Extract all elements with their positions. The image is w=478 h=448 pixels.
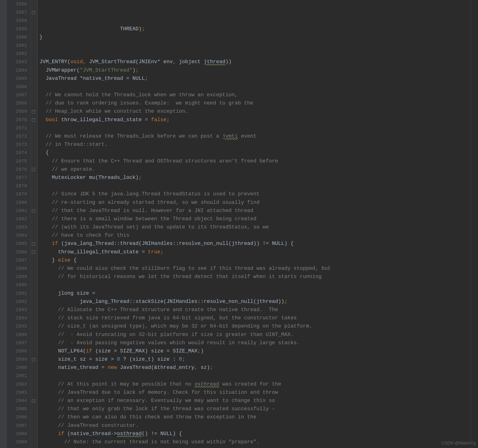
code-line[interactable]: JVMWrapper("JVM_StartThread"); (39, 66, 478, 75)
code-line[interactable]: // Since JDK 5 the java.lang.Thread thre… (39, 190, 478, 198)
code-line[interactable]: // have to check for this (39, 231, 478, 240)
code-line[interactable]: } else { (39, 256, 478, 264)
fold-open-icon[interactable]: − (32, 358, 35, 361)
code-line[interactable]: native_thread = new JavaThread(&thread_e… (39, 363, 478, 372)
token: ; (135, 67, 138, 73)
code-line[interactable]: // that the JavaThread is null. However … (39, 207, 478, 215)
code-line[interactable]: // We could also check the stillborn fla… (39, 264, 478, 273)
fold-open-icon[interactable]: − (32, 242, 35, 246)
line-number: 2876 (7, 165, 27, 174)
code-line[interactable]: // Ensure that the C++ Thread and OSThre… (39, 157, 478, 165)
fold-close-icon[interactable]: − (32, 251, 35, 254)
code-line[interactable] (39, 281, 478, 289)
code-line[interactable]: bool throw_illegal_thread_state = false; (39, 116, 478, 124)
code-line[interactable]: JVM_ENTRY(void, JVM_StartThread(JNIEnv* … (39, 58, 478, 66)
line-number: 2895 (7, 322, 27, 330)
line-number: 2870 (7, 116, 27, 124)
code-line[interactable]: // JavaThread due to lack of memory. Che… (39, 388, 478, 397)
token: // (with its JavaThread set) and the upd… (52, 224, 269, 230)
code-line[interactable]: NOT_LP64(if (size > SIZE_MAX) size = SIZ… (39, 347, 478, 355)
code-line[interactable] (39, 182, 478, 190)
fold-close-icon[interactable]: − (32, 209, 35, 213)
code-line[interactable]: // - Avoid truncating on 32-bit platform… (39, 331, 478, 339)
line-number: 2867 (7, 91, 27, 99)
code-line[interactable]: size_t sz = size > 0 ? (size_t) size : 0… (39, 355, 478, 363)
code-line[interactable]: throw_illegal_thread_state = true; (39, 248, 478, 256)
token: // have to check for this (52, 233, 129, 238)
line-number: 2868 (7, 99, 27, 107)
code-line[interactable] (39, 83, 478, 91)
code-line[interactable]: // that we only grab the lock if the thr… (39, 405, 478, 413)
code-line[interactable] (39, 50, 478, 58)
code-line[interactable]: // Note: the current thread is not being… (39, 438, 478, 446)
token: // - Avoid truncating on 32-bit platform… (58, 332, 294, 338)
code-line[interactable]: // (with its JavaThread set) and the upd… (39, 223, 478, 231)
code-content-area[interactable]: THREAD);}JVM_ENTRY(void, JVM_StartThread… (38, 0, 478, 448)
line-number: 2884 (7, 231, 27, 240)
line-number: 2908 (7, 430, 27, 438)
code-editor[interactable]: 2856285728582859286028612862286328642865… (0, 0, 478, 448)
code-line[interactable] (39, 124, 478, 132)
code-line[interactable]: // then we can also do this check and th… (39, 413, 478, 421)
token: osthread (194, 381, 219, 387)
token: event (238, 133, 256, 139)
code-line[interactable]: { (39, 149, 478, 157)
code-line[interactable]: // JavaThread constructor. (39, 422, 478, 430)
token: ; (138, 175, 142, 181)
fold-open-icon[interactable]: − (32, 168, 35, 171)
code-line[interactable]: MutexLocker mu(Threads_lock); (39, 174, 478, 182)
token: ) (201, 348, 204, 354)
code-line[interactable]: // there is a small window between the T… (39, 215, 478, 223)
code-line[interactable]: native_thread->prepare(jthread); (39, 446, 478, 448)
line-number: 2881 (7, 207, 27, 215)
token: ; (210, 365, 213, 371)
line-number: 2869 (7, 107, 27, 115)
code-line[interactable]: // in Thread::start. (39, 140, 478, 149)
token: ) (138, 26, 142, 32)
token: () != NULL) { (142, 431, 182, 437)
code-line[interactable]: // We cannot hold the Threads_lock when … (39, 91, 478, 99)
code-line[interactable]: // we operate. (39, 165, 478, 174)
code-line[interactable]: THREAD); (39, 25, 478, 33)
code-line[interactable]: jlong size = (39, 289, 478, 297)
line-number: 2899 (7, 355, 27, 363)
code-line[interactable]: // At this point it may be possible that… (39, 380, 478, 388)
code-line[interactable]: // size_t (an unsigned type), which may … (39, 322, 478, 330)
code-line[interactable]: // Allocate the C++ Thread structure and… (39, 306, 478, 314)
fold-close-icon[interactable]: − (32, 11, 35, 14)
fold-open-icon[interactable]: − (32, 110, 35, 114)
line-number-gutter[interactable]: 2856285728582859286028612862286328642865… (7, 0, 31, 448)
code-line[interactable]: JavaThread *native_thread = NULL; (39, 75, 478, 83)
code-line[interactable] (39, 372, 478, 380)
line-number: 2864 (7, 66, 27, 75)
fold-close-icon[interactable]: − (32, 118, 35, 122)
code-line[interactable]: // due to rank ordering issues. Example:… (39, 99, 478, 107)
code-line[interactable]: if (java_lang_Thread::thread(JNIHandles:… (39, 240, 478, 248)
line-number: 2863 (7, 58, 27, 66)
line-number: 2880 (7, 198, 27, 207)
code-line[interactable]: // Heap_lock while we construct the exce… (39, 107, 478, 115)
line-number: 2877 (7, 174, 27, 182)
line-number: 2893 (7, 306, 27, 314)
code-line[interactable]: } (39, 33, 478, 41)
fold-close-icon[interactable]: − (32, 399, 35, 403)
token: } (39, 34, 43, 40)
token: // Ensure that the C++ Thread and OSThre… (52, 158, 278, 164)
token: sz) (201, 365, 210, 371)
code-line[interactable]: // - Avoid passing negative values which… (39, 339, 478, 347)
code-line[interactable]: // an exception if necessary. Eventually… (39, 397, 478, 405)
line-number: 2904 (7, 397, 27, 405)
token: (java_lang_Thread::thread(JNIHandles::re… (58, 241, 294, 246)
token: new (107, 365, 117, 371)
code-line[interactable]: // We must release the Threads_lock befo… (39, 132, 478, 140)
fold-gutter[interactable]: −−−−−−−−− (31, 0, 38, 448)
code-line[interactable]: java_lang_Thread::stackSize(JNIHandles::… (39, 297, 478, 306)
token: ; (197, 348, 201, 354)
code-line[interactable]: // stack size retrieved from java is 64-… (39, 314, 478, 322)
code-line[interactable]: // for historical reasons we let the thr… (39, 273, 478, 281)
code-line[interactable] (39, 41, 478, 50)
line-number: 2889 (7, 273, 27, 281)
code-line[interactable]: // re-starting an already started thread… (39, 198, 478, 207)
code-line[interactable]: if (native_thread->osthread() != NULL) { (39, 430, 478, 438)
line-number: 2858 (7, 16, 27, 25)
